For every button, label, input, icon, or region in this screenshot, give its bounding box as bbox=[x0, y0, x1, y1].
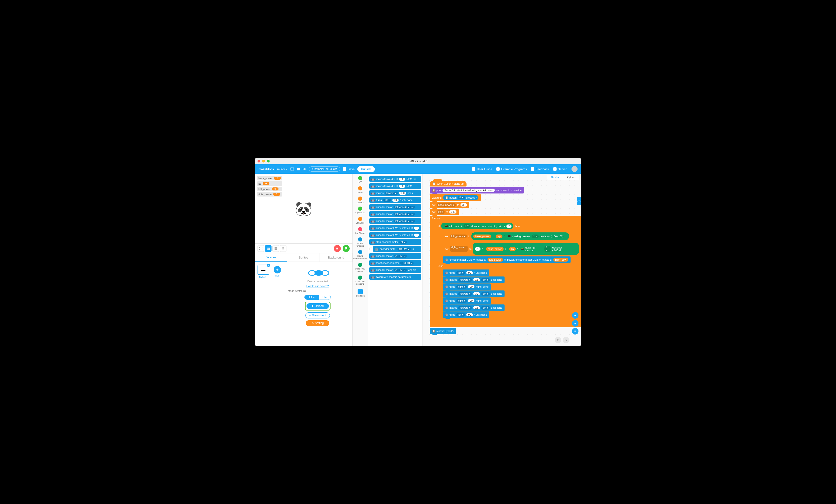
tab-sprites[interactable]: Sprites bbox=[287, 253, 320, 261]
examples-link[interactable]: Example Programs bbox=[496, 168, 527, 171]
save-label: Save bbox=[347, 168, 355, 171]
zoom-in-button[interactable]: + bbox=[572, 312, 578, 319]
tab-devices[interactable]: Devices bbox=[255, 253, 287, 261]
var-kp: kp0 bbox=[257, 181, 282, 186]
print-block: 📋printPress B to start line following an… bbox=[430, 187, 524, 193]
view-thumb-button[interactable]: ⠿ bbox=[280, 245, 286, 252]
var-base_power: base_power0 bbox=[257, 176, 282, 180]
zoom-reset-button[interactable]: = bbox=[572, 328, 578, 334]
close-icon[interactable] bbox=[258, 160, 260, 162]
block-palette[interactable]: 🤖moves forward ▾ at50RPM for🤖moves forwa… bbox=[368, 174, 423, 346]
brand-sub: | mBlock bbox=[276, 168, 287, 171]
view-list-button[interactable]: ☰ bbox=[272, 245, 279, 252]
add-device-button[interactable]: + Add bbox=[271, 265, 283, 343]
turn-right-1: 🤖turnsright ▾90° until done bbox=[443, 284, 491, 290]
palette-block[interactable]: 🤖moves forward ▾ at50RPM for bbox=[369, 176, 421, 182]
wait-block: wait until📋 buttonB ▾pressed? bbox=[430, 194, 481, 201]
cat-mbot2-chassis[interactable]: mBot2 Chassis bbox=[353, 236, 368, 249]
set-rightpower: setright_power ▾to -1*base_power+kp*📟 qu… bbox=[443, 242, 581, 256]
palette-block[interactable]: 🤖stop encoder motorall ▾ bbox=[369, 239, 421, 245]
disconnect-button[interactable]: ⌀Disconnect bbox=[305, 312, 329, 318]
cat-iot[interactable]: IoT bbox=[353, 175, 368, 185]
var-right_power: right_power0 bbox=[257, 192, 282, 196]
palette-block[interactable]: 🤖encoder motor(1) EM1 ▾ bbox=[369, 253, 421, 259]
extension-button[interactable]: +extension bbox=[353, 287, 368, 298]
project-name-input[interactable]: ObstacleLineFollow bbox=[309, 167, 340, 172]
upload-label: Upload bbox=[315, 305, 324, 308]
mode-switch[interactable]: Upload Live bbox=[304, 295, 331, 300]
device-setting-button[interactable]: ⚙Setting bbox=[306, 320, 329, 326]
flag-button[interactable]: ⚑ bbox=[343, 245, 350, 252]
device-remove-icon[interactable]: × bbox=[267, 264, 270, 267]
palette-block[interactable]: 🤖encoder motorleft wheel(EM1) ▾ bbox=[369, 218, 421, 224]
turn-left-1: 🤖turnsleft ▾90° until done bbox=[443, 270, 489, 276]
forever-block: forever if 📟 ultrasonic 21 ▾distance to … bbox=[430, 216, 581, 327]
file-label: File bbox=[302, 168, 306, 171]
palette-block[interactable]: 🤖encoder motorleft wheel(EM1) ▾ bbox=[369, 204, 421, 210]
palette-block[interactable]: 🤖turnsleft ▾90° until done bbox=[369, 197, 421, 203]
palette-block[interactable]: 🤖encoder motor(1) EM1 ▾enable bbox=[369, 267, 421, 273]
device-tile[interactable]: ▬× CyberPi bbox=[258, 265, 269, 278]
cat-control[interactable]: Control bbox=[353, 195, 368, 206]
feedback-label: Feedback bbox=[535, 168, 549, 171]
upload-button[interactable]: ⬆Upload bbox=[306, 303, 329, 309]
unlink-icon: ⌀ bbox=[309, 314, 311, 317]
avatar[interactable] bbox=[571, 166, 577, 172]
cat-events[interactable]: Events bbox=[353, 185, 368, 195]
folder-icon bbox=[297, 168, 300, 170]
globe-icon[interactable] bbox=[290, 167, 294, 171]
save-button[interactable]: Save bbox=[343, 168, 355, 171]
workspace[interactable]: Blocks Python </> 📋 when CyberPi starts … bbox=[423, 174, 581, 346]
settings-button[interactable]: Setting bbox=[553, 168, 567, 171]
device-status: Device connected bbox=[307, 280, 328, 283]
sprite-panda[interactable]: 🐼 bbox=[295, 200, 312, 217]
cat-variables[interactable]: Variables bbox=[353, 215, 368, 226]
user-guide-label: User Guide bbox=[477, 168, 492, 171]
disconnect-label: Disconnect bbox=[312, 314, 326, 317]
tab-background[interactable]: Background bbox=[320, 253, 353, 261]
plus-icon: + bbox=[273, 266, 281, 273]
cat-ultrasonic-sensor-2[interactable]: Ultrasonic Sensor 2 bbox=[353, 274, 368, 287]
turn-right-2: 🤖turnsright ▾90° until done bbox=[443, 297, 491, 304]
stop-button[interactable]: ■ bbox=[334, 245, 341, 252]
tab-python[interactable]: Python bbox=[563, 175, 579, 180]
if-else-block: if 📟 ultrasonic 21 ▾distance to an objec… bbox=[436, 222, 581, 323]
fullscreen-button[interactable]: ⛶ bbox=[258, 245, 264, 252]
palette-block[interactable]: 🤖moves forward ▾ at50RPM bbox=[369, 183, 421, 189]
user-guide-link[interactable]: User Guide bbox=[472, 168, 492, 171]
upload-icon: ⬆ bbox=[311, 305, 314, 308]
palette-block[interactable]: 🤖movesforward ▾100cm ▾ bbox=[369, 190, 421, 196]
cat-mbot2-extension-port[interactable]: mBot2 Extension Port bbox=[353, 249, 368, 261]
palette-block[interactable]: 🤖calibrate ▾ chassis parameters bbox=[369, 274, 421, 280]
redo-button[interactable]: ↷ bbox=[563, 337, 569, 343]
device-setting-label: Setting bbox=[315, 322, 324, 325]
palette-block[interactable]: 🤖encoder motor EM1 ↻ rotates at5 bbox=[369, 232, 421, 238]
maximize-icon[interactable] bbox=[267, 160, 270, 162]
file-menu[interactable]: File bbox=[297, 168, 306, 171]
upload-highlight: ⬆Upload bbox=[305, 302, 330, 311]
category-column: IoTEventsControlOperatorsVariablesMy Blo… bbox=[353, 174, 368, 346]
feedback-link[interactable]: Feedback bbox=[531, 168, 549, 171]
script-stack[interactable]: 📋 when CyberPi starts up 📋printPress B t… bbox=[430, 181, 581, 334]
undo-button[interactable]: ↶ bbox=[555, 337, 561, 343]
set-leftpower: setleft_power ▾to base_power-kp*📟 quad r… bbox=[443, 231, 571, 241]
stage: base_power0kp0left_power0right_power0 🐼 bbox=[255, 174, 353, 244]
move-fwd-3: 🤖movesforward ▾15cm ▾until done bbox=[443, 305, 505, 311]
publish-button[interactable]: Publish bbox=[357, 166, 375, 172]
view-grid-button[interactable]: ▦ bbox=[265, 245, 271, 252]
minimize-icon[interactable] bbox=[262, 160, 265, 162]
palette-block[interactable]: 🤖encoder motor(1) EM1 ▾'s bbox=[369, 246, 421, 252]
cat-my-blocks[interactable]: My Blocks bbox=[353, 226, 368, 236]
brand-logo: makeblock bbox=[259, 168, 274, 171]
tab-blocks[interactable]: Blocks bbox=[547, 175, 563, 180]
mode-upload[interactable]: Upload bbox=[305, 295, 319, 299]
palette-block[interactable]: 🤖encoder motor EM1 ↻ rotates at5 bbox=[369, 225, 421, 231]
zoom-out-button[interactable]: − bbox=[572, 320, 578, 327]
cat-quad-rgb-sensor[interactable]: Quad RGB Sensor bbox=[353, 261, 368, 274]
palette-block[interactable]: 🤖encoder motorleft wheel(EM1) ▾ bbox=[369, 211, 421, 217]
palette-block[interactable]: 🤖reset encoder motor(1) EM1 ▾ bbox=[369, 260, 421, 266]
device-help-link[interactable]: How to use device? bbox=[306, 285, 329, 287]
link-icon: ⬭⬬⬭ bbox=[308, 267, 327, 278]
mode-live[interactable]: Live bbox=[319, 295, 330, 299]
cat-operators[interactable]: Operators bbox=[353, 205, 368, 215]
